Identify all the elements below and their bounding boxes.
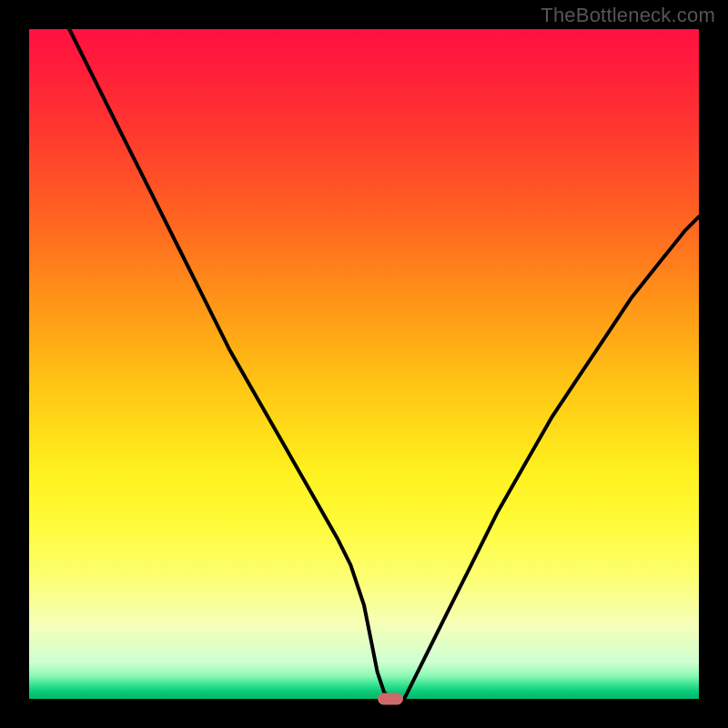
chart-frame: TheBottleneck.com <box>0 0 728 728</box>
plot-area <box>29 29 699 699</box>
optimal-point-marker <box>378 693 403 705</box>
watermark-text: TheBottleneck.com <box>541 4 715 27</box>
bottleneck-curve <box>29 29 699 699</box>
